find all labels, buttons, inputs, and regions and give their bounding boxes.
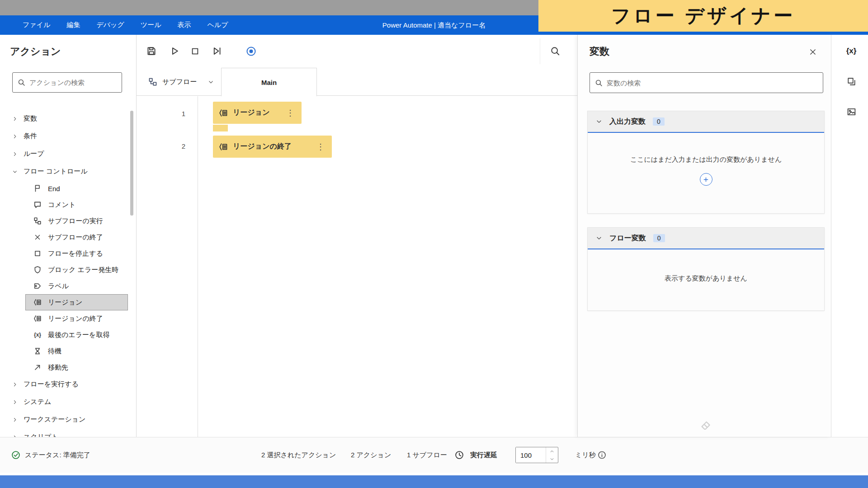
- io-variables-section: 入出力変数 0 ここにはまだ入力または出力の変数がありません: [587, 111, 825, 214]
- right-rail: {x}: [831, 35, 868, 437]
- stepper-up-button[interactable]: [546, 447, 558, 455]
- save-button[interactable]: [142, 42, 161, 61]
- exit-subflow-icon: [33, 233, 42, 242]
- status-text: ステータス: 準備完了: [25, 451, 90, 460]
- subflow-dropdown-label: サブフロー: [162, 78, 197, 86]
- record-icon: [246, 46, 256, 56]
- subflow-tab-bar: サブフロー Main: [137, 68, 577, 96]
- stop-button[interactable]: [185, 42, 204, 61]
- flow-action-end-region[interactable]: リージョンの終了 ⋮: [213, 136, 332, 158]
- action-item-run-subflow[interactable]: サブフローの実行: [25, 213, 128, 229]
- action-item-label: 移動先: [48, 363, 68, 372]
- more-options-icon[interactable]: ⋮: [315, 142, 326, 152]
- ui-elements-icon: [847, 77, 856, 86]
- action-item-exit-subflow[interactable]: サブフローの終了: [25, 229, 128, 245]
- sidebar-group-run-flow[interactable]: フローを実行する: [0, 375, 136, 393]
- sidebar-group-flow-control[interactable]: フロー コントロール: [0, 163, 136, 180]
- search-icon: [18, 79, 25, 86]
- action-item-end-region[interactable]: リージョンの終了: [25, 310, 128, 327]
- close-button[interactable]: [807, 47, 818, 57]
- images-pane-toggle[interactable]: [843, 103, 859, 120]
- line-number: 2: [140, 142, 185, 150]
- run-delay-stepper[interactable]: [515, 447, 558, 463]
- action-item-goto[interactable]: 移動先: [25, 359, 128, 375]
- sidebar-group-loops[interactable]: ループ: [0, 145, 136, 163]
- chevron-right-icon: [12, 417, 18, 422]
- action-item-end[interactable]: End: [25, 180, 128, 197]
- group-label: 条件: [24, 132, 37, 141]
- info-icon[interactable]: [598, 451, 606, 460]
- ui-elements-pane-toggle[interactable]: [843, 73, 859, 89]
- action-item-label: リージョン: [48, 298, 82, 307]
- menu-edit[interactable]: 編集: [66, 21, 80, 29]
- window-title: Power Automate | 適当なフロー名: [382, 15, 486, 35]
- action-item-region[interactable]: リージョン: [25, 294, 128, 310]
- flow-canvas-body: 1 2 リージョン ⋮ リージョンの終了 ⋮: [137, 96, 577, 437]
- canvas-search-button[interactable]: [546, 42, 565, 61]
- count-badge: 0: [653, 234, 665, 242]
- region-body-marker: [213, 125, 228, 131]
- menu-tools[interactable]: ツール: [141, 21, 161, 29]
- action-item-wait[interactable]: 待機: [25, 343, 128, 359]
- shield-icon: [33, 265, 42, 274]
- flow-action-region[interactable]: リージョン ⋮: [213, 102, 302, 124]
- actions-search-box[interactable]: [12, 72, 122, 93]
- action-item-label-action[interactable]: ラベル: [25, 278, 128, 294]
- action-item-comment[interactable]: コメント: [25, 197, 128, 213]
- sidebar-group-scripts[interactable]: スクリプト: [0, 428, 136, 437]
- flow-variables-header[interactable]: フロー変数 0: [588, 228, 824, 249]
- run-delay-input[interactable]: [516, 447, 546, 463]
- sidebar-group-workstation[interactable]: ワークステーション: [0, 411, 136, 428]
- action-item-stop-flow[interactable]: フローを停止する: [25, 245, 128, 262]
- group-label: フローを実行する: [24, 380, 79, 389]
- selected-actions-count: 2 選択されたアクション: [261, 451, 336, 460]
- run-button[interactable]: [165, 42, 184, 61]
- get-last-error-icon: {x}: [33, 330, 42, 339]
- menu-view[interactable]: 表示: [178, 21, 191, 29]
- record-button[interactable]: [241, 42, 260, 61]
- action-item-label: End: [48, 185, 60, 192]
- flow-canvas: サブフロー Main 1 2 リージョン ⋮ リージョンの終了 ⋮: [137, 35, 577, 437]
- step-over-button[interactable]: [208, 42, 226, 61]
- actions-tree: 変数 条件 ループ フロー コントロール End コメント サブフローの実行: [0, 110, 136, 437]
- sidebar-group-conditions[interactable]: 条件: [0, 127, 136, 145]
- actions-search-input[interactable]: [29, 79, 117, 86]
- chevron-right-icon: [12, 151, 18, 157]
- more-options-icon[interactable]: ⋮: [285, 108, 296, 118]
- line-number-divider: [198, 96, 198, 437]
- group-label: フロー コントロール: [24, 167, 88, 176]
- stop-icon: [190, 47, 200, 56]
- group-label: ワークステーション: [24, 415, 85, 424]
- subflow-icon: [148, 77, 157, 86]
- variables-search-box[interactable]: [590, 72, 823, 93]
- taskbar-strip: [0, 475, 868, 488]
- region-icon: [219, 108, 228, 117]
- io-variables-header[interactable]: 入出力変数 0: [588, 111, 824, 133]
- menu-file[interactable]: ファイル: [23, 21, 50, 29]
- menu-debug[interactable]: デバッグ: [96, 21, 124, 29]
- sidebar-scrollbar[interactable]: [130, 111, 133, 216]
- status-indicator: ステータス: 準備完了: [11, 450, 90, 460]
- variables-pane-toggle[interactable]: {x}: [843, 43, 859, 59]
- variables-search-input[interactable]: [607, 79, 818, 87]
- action-item-label: コメント: [48, 201, 75, 209]
- add-variable-button[interactable]: [700, 173, 712, 186]
- io-variables-body: ここにはまだ入力または出力の変数がありません: [588, 133, 824, 186]
- stepper-down-button[interactable]: [546, 455, 558, 463]
- tab-main[interactable]: Main: [221, 68, 317, 96]
- sidebar-group-variables[interactable]: 変数: [0, 110, 136, 127]
- sidebar-group-system[interactable]: システム: [0, 393, 136, 411]
- variables-icon: {x}: [846, 47, 857, 56]
- menu-help[interactable]: ヘルプ: [208, 21, 228, 29]
- stop-flow-icon: [33, 249, 42, 258]
- search-icon: [550, 46, 560, 56]
- subflow-icon: [33, 216, 42, 225]
- subflow-dropdown[interactable]: サブフロー: [144, 68, 218, 96]
- flow-designer-banner: フロー デザイナー: [538, 0, 868, 32]
- close-icon: [809, 48, 817, 56]
- action-item-get-last-error[interactable]: {x} 最後のエラーを取得: [25, 327, 128, 343]
- chevron-right-icon: [12, 116, 18, 122]
- action-item-on-block-error[interactable]: ブロック エラー発生時: [25, 262, 128, 278]
- empty-message: 表示する変数がありません: [665, 274, 747, 283]
- action-item-label: サブフローの終了: [48, 233, 103, 242]
